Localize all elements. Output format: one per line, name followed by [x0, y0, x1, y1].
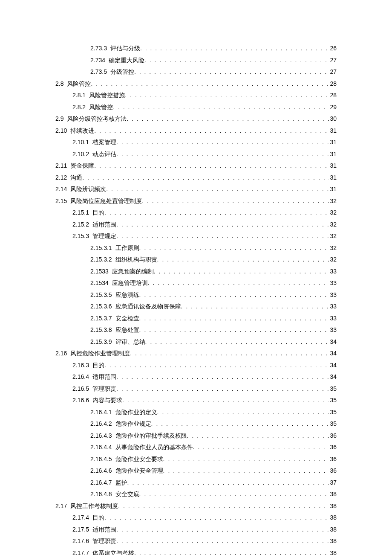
- toc-entry[interactable]: 2.8.2风险管控. . . . . . . . . . . . . . . .…: [72, 102, 337, 113]
- toc-entry-title: 风险管控: [67, 78, 91, 90]
- toc-entry-number: 2.15.2: [72, 219, 89, 231]
- toc-entry[interactable]: 2.15.3.2组织机构与职责. . . . . . . . . . . . .…: [90, 254, 337, 266]
- toc-entry[interactable]: 2.8风险管控. . . . . . . . . . . . . . . . .…: [55, 78, 337, 90]
- toc-entry[interactable]: 2.16.4.8安全交底. . . . . . . . . . . . . . …: [90, 488, 337, 500]
- toc-entry[interactable]: 2.10.1档案管理. . . . . . . . . . . . . . . …: [72, 137, 337, 148]
- toc-entry-page: 27: [329, 66, 337, 78]
- toc-entry[interactable]: 2.16.4.6危险作业安全管理. . . . . . . . . . . . …: [90, 465, 337, 477]
- toc-entry-number: 2.16.4.8: [90, 488, 112, 500]
- toc-entry[interactable]: 2.15.3.9评审、总结. . . . . . . . . . . . . .…: [90, 336, 337, 348]
- toc-entry-title: 应急演练: [115, 289, 139, 301]
- toc-entry-title: 分级管控: [110, 66, 134, 78]
- toc-entry-number: 2.15.3: [72, 230, 89, 242]
- toc-entry[interactable]: 2.16.4.4从事危险作业人员的基本条件. . . . . . . . . .…: [90, 442, 337, 453]
- toc-entry-number: 2.16: [55, 348, 67, 360]
- toc-leader-dots: . . . . . . . . . . . . . . . . . . . . …: [139, 289, 329, 301]
- toc-entry-number: 2.17.4: [72, 512, 89, 524]
- toc-entry-title: 组织机构与职责: [115, 254, 157, 266]
- toc-entry-page: 34: [329, 348, 337, 360]
- toc-entry[interactable]: 2.16.4.5危险作业安全要求. . . . . . . . . . . . …: [90, 453, 337, 465]
- toc-leader-dots: . . . . . . . . . . . . . . . . . . . . …: [106, 183, 329, 195]
- toc-entry-page: 31: [329, 137, 337, 148]
- toc-leader-dots: . . . . . . . . . . . . . . . . . . . . …: [193, 442, 329, 453]
- toc-leader-dots: . . . . . . . . . . . . . . . . . . . . …: [116, 148, 329, 160]
- toc-entry-page: 32: [329, 242, 337, 254]
- toc-entry-title: 危险作业规定: [115, 418, 151, 430]
- toc-entry[interactable]: 2.10.2动态评估. . . . . . . . . . . . . . . …: [72, 148, 337, 160]
- toc-leader-dots: . . . . . . . . . . . . . . . . . . . . …: [181, 301, 329, 313]
- toc-entry[interactable]: 2.16.4.1危险作业的定义. . . . . . . . . . . . .…: [90, 407, 337, 418]
- toc-entry[interactable]: 2.73.3评估与分级. . . . . . . . . . . . . . .…: [90, 43, 337, 55]
- toc-entry-page: 34: [329, 371, 337, 383]
- toc-entry-number: 2.10.1: [72, 137, 89, 148]
- toc-entry[interactable]: 2.1533应急预案的编制. . . . . . . . . . . . . .…: [90, 266, 337, 278]
- toc-entry[interactable]: 2.16.6内容与要求. . . . . . . . . . . . . . .…: [72, 395, 337, 407]
- toc-entry-title: 持续改进: [70, 125, 94, 137]
- toc-entry[interactable]: 2.15.3.8应急处置. . . . . . . . . . . . . . …: [90, 324, 337, 336]
- toc-entry[interactable]: 2.16.4.2危险作业规定. . . . . . . . . . . . . …: [90, 418, 337, 430]
- toc-leader-dots: . . . . . . . . . . . . . . . . . . . . …: [144, 55, 329, 67]
- toc-leader-dots: . . . . . . . . . . . . . . . . . . . . …: [139, 488, 329, 500]
- toc-entry[interactable]: 2.15.3.1工作原则. . . . . . . . . . . . . . …: [90, 242, 337, 254]
- toc-entry-title: 应急通讯设备及物资保障: [115, 301, 181, 313]
- toc-entry-page: 32: [329, 195, 337, 207]
- toc-entry[interactable]: 2.16.4.3危险作业的审批手续及权限. . . . . . . . . . …: [90, 430, 337, 442]
- toc-entry[interactable]: 2.17.5适用范围. . . . . . . . . . . . . . . …: [72, 524, 337, 536]
- toc-entry[interactable]: 2.15.3.5应急演练. . . . . . . . . . . . . . …: [90, 289, 337, 301]
- toc-entry-title: 目的: [92, 512, 104, 524]
- toc-leader-dots: . . . . . . . . . . . . . . . . . . . . …: [154, 266, 329, 278]
- toc-leader-dots: . . . . . . . . . . . . . . . . . . . . …: [145, 336, 329, 348]
- toc-entry[interactable]: 2.16.5管理职责. . . . . . . . . . . . . . . …: [72, 383, 337, 395]
- toc-leader-dots: . . . . . . . . . . . . . . . . . . . . …: [139, 324, 329, 336]
- toc-entry-number: 2.1534: [90, 277, 109, 289]
- toc-entry-title: 风控危险作业管理制度: [70, 348, 130, 360]
- toc-entry-page: 33: [329, 289, 337, 301]
- toc-entry[interactable]: 2.16.3目的. . . . . . . . . . . . . . . . …: [72, 360, 337, 372]
- toc-entry-title: 动态评估: [92, 148, 116, 160]
- toc-entry-page: 38: [329, 535, 337, 547]
- toc-entry[interactable]: 2.15.1目的. . . . . . . . . . . . . . . . …: [72, 207, 337, 219]
- toc-entry[interactable]: 2.8.1风险管控措施. . . . . . . . . . . . . . .…: [72, 90, 337, 102]
- toc-entry[interactable]: 2.17.6管理职责. . . . . . . . . . . . . . . …: [72, 535, 337, 547]
- toc-entry[interactable]: 2.16.4.7监护. . . . . . . . . . . . . . . …: [90, 477, 337, 489]
- toc-entry[interactable]: 2.15.3管理规定. . . . . . . . . . . . . . . …: [72, 230, 337, 242]
- toc-entry-number: 2.8: [55, 78, 63, 90]
- toc-entry[interactable]: 2.17.7体系建立与考核. . . . . . . . . . . . . .…: [72, 547, 337, 555]
- toc-entry[interactable]: 2.15.3.7安全检查. . . . . . . . . . . . . . …: [90, 313, 337, 325]
- toc-entry-title: 工作原则: [115, 242, 139, 254]
- toc-entry-page: 32: [329, 254, 337, 266]
- toc-entry-number: 2.73.5: [90, 66, 107, 78]
- toc-entry[interactable]: 2.10持续改进. . . . . . . . . . . . . . . . …: [55, 125, 337, 137]
- toc-leader-dots: . . . . . . . . . . . . . . . . . . . . …: [116, 383, 329, 395]
- toc-leader-dots: . . . . . . . . . . . . . . . . . . . . …: [104, 207, 329, 219]
- toc-entry-title: 沟通: [70, 172, 82, 184]
- toc-entry-page: 32: [329, 230, 337, 242]
- toc-leader-dots: . . . . . . . . . . . . . . . . . . . . …: [187, 430, 329, 442]
- toc-entry-title: 安全检查: [115, 313, 139, 325]
- toc-entry[interactable]: 2.17.4目的. . . . . . . . . . . . . . . . …: [72, 512, 337, 524]
- toc-entry-page: 38: [329, 488, 337, 500]
- toc-entry-page: 29: [329, 102, 337, 113]
- toc-entry[interactable]: 2.9风险分级管控考核方法. . . . . . . . . . . . . .…: [55, 113, 337, 125]
- toc-leader-dots: . . . . . . . . . . . . . . . . . . . . …: [148, 277, 329, 289]
- toc-entry[interactable]: 2.734确定重大风险. . . . . . . . . . . . . . .…: [90, 55, 337, 67]
- toc-entry-number: 2.16.3: [72, 360, 89, 372]
- toc-entry-page: 36: [329, 453, 337, 465]
- toc-entry-title: 应急预案的编制: [112, 266, 154, 278]
- toc-entry[interactable]: 2.15.2适用范围. . . . . . . . . . . . . . . …: [72, 219, 337, 231]
- toc-entry[interactable]: 2.15风险岗位应急处置管理制度. . . . . . . . . . . . …: [55, 195, 337, 207]
- toc-entry[interactable]: 2.1534应急管理培训. . . . . . . . . . . . . . …: [90, 277, 337, 289]
- toc-entry[interactable]: 2.16.4适用范围. . . . . . . . . . . . . . . …: [72, 371, 337, 383]
- toc-entry[interactable]: 2.17风控工作考核制度. . . . . . . . . . . . . . …: [55, 500, 337, 512]
- toc-entry[interactable]: 2.16风控危险作业管理制度. . . . . . . . . . . . . …: [55, 348, 337, 360]
- toc-entry[interactable]: 2.15.3.6应急通讯设备及物资保障. . . . . . . . . . .…: [90, 301, 337, 313]
- toc-entry-number: 2.16.4.6: [90, 465, 112, 477]
- toc-entry-title: 应急管理培训: [112, 277, 148, 289]
- toc-entry[interactable]: 2.73.5分级管控. . . . . . . . . . . . . . . …: [90, 66, 337, 78]
- toc-leader-dots: . . . . . . . . . . . . . . . . . . . . …: [139, 313, 329, 325]
- toc-entry-title: 管理职责: [92, 535, 116, 547]
- toc-entry[interactable]: 2.11资金保障. . . . . . . . . . . . . . . . …: [55, 160, 337, 172]
- toc-entry[interactable]: 2.12沟通. . . . . . . . . . . . . . . . . …: [55, 172, 337, 184]
- toc-entry-title: 应急处置: [115, 324, 139, 336]
- toc-entry[interactable]: 2.14风险辨识频次. . . . . . . . . . . . . . . …: [55, 183, 337, 195]
